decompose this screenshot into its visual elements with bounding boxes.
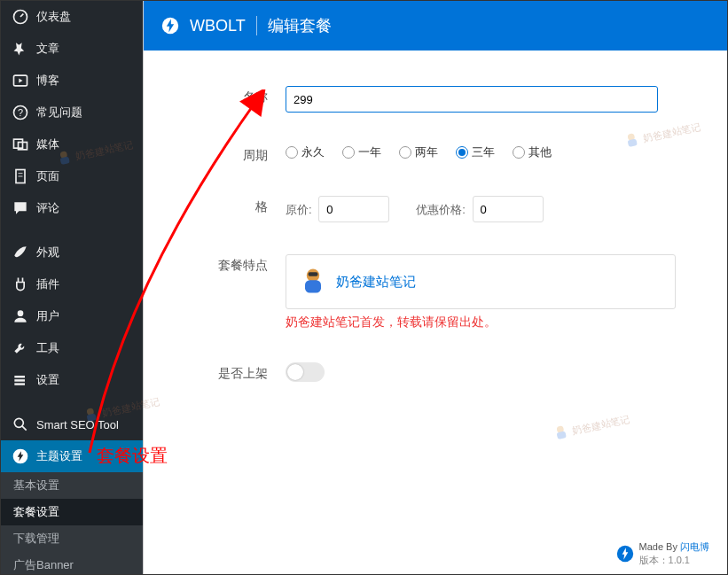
footer-version: 1.0.1 (669, 555, 690, 565)
cycle-option[interactable]: 两年 (399, 144, 438, 160)
svg-rect-10 (14, 376, 25, 378)
avatar-icon (297, 266, 329, 298)
bolt-icon (161, 17, 179, 35)
cycle-option[interactable]: 永久 (286, 144, 325, 160)
price-section-label: 格 (161, 196, 286, 215)
pin-icon (12, 40, 29, 58)
orig-price-input[interactable] (318, 196, 389, 222)
name-input[interactable] (286, 86, 658, 113)
name-label: 名称 (161, 86, 286, 105)
play-icon (12, 72, 29, 89)
help-icon: ? (12, 104, 29, 121)
user-icon (12, 307, 29, 325)
media-icon (12, 136, 29, 153)
sidebar-item-label: 博客 (36, 73, 59, 89)
bolt-icon (12, 447, 29, 465)
sidebar-item-brush[interactable]: 外观 (1, 237, 143, 268)
cycle-option[interactable]: 三年 (456, 144, 495, 160)
sidebar-item-media[interactable]: 媒体 (1, 128, 143, 160)
svg-rect-11 (14, 379, 25, 382)
settings-icon (12, 371, 29, 389)
submenu-item[interactable]: 基本设置 (1, 472, 143, 499)
sidebar-item-label: 媒体 (36, 136, 59, 152)
radio-label: 两年 (415, 144, 438, 160)
footer-version-label: 版本： (639, 555, 669, 565)
header-title: 编辑套餐 (268, 15, 332, 36)
dashboard-icon (12, 8, 29, 26)
admin-sidebar: 仪表盘文章博客?常见问题媒体页面评论外观插件用户工具设置Smart SEO To… (1, 1, 143, 575)
svg-rect-18 (305, 280, 321, 292)
sidebar-item-plugin[interactable]: 插件 (1, 268, 143, 300)
plugin-icon (12, 276, 29, 293)
feature-box[interactable]: 奶爸建站笔记 (286, 254, 676, 309)
cycle-radio-group: 永久一年两年三年其他 (286, 144, 701, 160)
cycle-label: 周期 (161, 144, 286, 164)
footer-brand[interactable]: 闪电博 (680, 541, 709, 552)
feature-note: 奶爸建站笔记首发，转载请保留出处。 (286, 315, 701, 330)
disc-price-input[interactable] (473, 196, 544, 222)
sidebar-item-help[interactable]: ?常见问题 (1, 97, 143, 128)
sidebar-item-label: 外观 (36, 245, 59, 260)
sidebar-item-user[interactable]: 用户 (1, 300, 143, 332)
radio-icon (342, 146, 355, 159)
cycle-option[interactable]: 其他 (513, 144, 552, 160)
page-header: WBOLT 编辑套餐 (144, 1, 727, 51)
disc-price-label: 优惠价格: (416, 203, 466, 216)
radio-label: 其他 (528, 144, 552, 160)
svg-rect-12 (14, 383, 25, 385)
onsale-label: 是否上架 (161, 362, 286, 382)
footer: Made By 闪电博 版本：1.0.1 (616, 540, 709, 567)
sidebar-item-play[interactable]: 博客 (1, 65, 143, 97)
radio-icon (399, 146, 411, 159)
sidebar-item-settings[interactable]: 设置 (1, 364, 143, 396)
submenu-item[interactable]: 套餐设置 (1, 499, 143, 525)
content-area: WBOLT 编辑套餐 名称 周期 永久一年两年三年其他 格 原价: (143, 1, 727, 574)
comment-icon (12, 199, 29, 217)
footer-madeby: Made By (639, 541, 677, 552)
sidebar-item-label: 常见问题 (36, 105, 82, 120)
sidebar-item-label: 主题设置 (36, 448, 82, 464)
brush-icon (12, 244, 29, 261)
sidebar-item-label: 工具 (36, 340, 59, 356)
seo-icon (12, 416, 29, 433)
sidebar-item-dashboard[interactable]: 仪表盘 (1, 1, 143, 33)
radio-icon (456, 146, 468, 159)
submenu-item[interactable]: 下载管理 (1, 525, 143, 552)
page-icon (12, 167, 29, 185)
sidebar-item-label: 设置 (36, 372, 59, 388)
sidebar-item-label: 文章 (36, 41, 59, 57)
sidebar-item-bolt[interactable]: 主题设置 (1, 440, 143, 472)
sidebar-item-label: 仪表盘 (36, 9, 71, 25)
sidebar-item-tool[interactable]: 工具 (1, 332, 143, 364)
onsale-toggle[interactable] (286, 362, 325, 382)
sidebar-item-label: 用户 (36, 308, 59, 324)
sidebar-item-comment[interactable]: 评论 (1, 192, 143, 224)
sidebar-item-seo[interactable]: Smart SEO Tool (1, 408, 143, 440)
radio-icon (513, 146, 525, 159)
header-brand: WBOLT (190, 17, 246, 35)
svg-rect-19 (309, 272, 318, 276)
svg-point-9 (18, 310, 24, 316)
submenu-item[interactable]: 广告Banner (1, 552, 143, 575)
sidebar-item-label: 插件 (36, 276, 59, 292)
bolt-icon (616, 545, 634, 563)
cycle-option[interactable]: 一年 (342, 144, 381, 160)
header-separator (256, 16, 257, 35)
feature-label: 套餐特点 (161, 254, 286, 274)
svg-text:?: ? (18, 107, 23, 118)
svg-line-14 (22, 426, 27, 431)
radio-label: 永久 (301, 144, 325, 160)
sidebar-item-pin[interactable]: 文章 (1, 33, 143, 65)
tool-icon (12, 339, 29, 357)
sidebar-item-page[interactable]: 页面 (1, 160, 143, 192)
orig-price-label: 原价: (286, 203, 312, 216)
feature-link[interactable]: 奶爸建站笔记 (336, 274, 416, 291)
radio-label: 三年 (472, 144, 495, 160)
radio-label: 一年 (358, 144, 381, 160)
sidebar-item-label: 页面 (36, 168, 59, 184)
sidebar-item-label: Smart SEO Tool (36, 418, 119, 431)
sidebar-item-label: 评论 (36, 200, 59, 216)
radio-icon (286, 146, 298, 159)
